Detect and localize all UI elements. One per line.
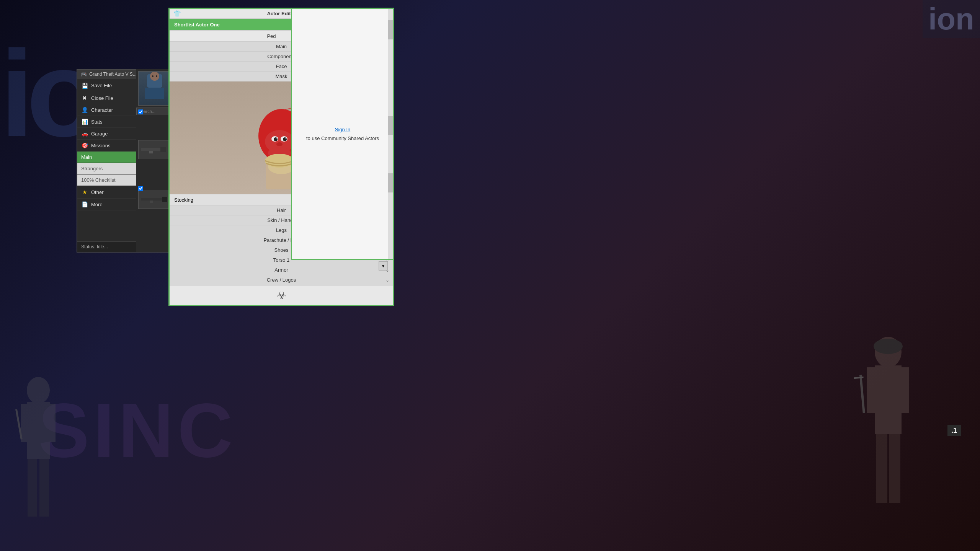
- section-main-label: Main: [276, 44, 287, 49]
- svg-rect-46: [876, 434, 887, 503]
- section-crew-logos[interactable]: Crew / Logos ⌄: [170, 275, 393, 285]
- gun-thumbnail-2[interactable]: [138, 190, 171, 209]
- save-icon: 💾: [81, 83, 88, 89]
- section-legs-label: Legs: [276, 227, 287, 233]
- svg-rect-36: [27, 402, 50, 459]
- sidebar-item-label-checklist: 100% Checklist: [81, 177, 116, 183]
- top-right-area: ion: [923, 0, 980, 38]
- sidebar-item-label-missions: Missions: [91, 143, 111, 148]
- svg-rect-7: [160, 147, 166, 152]
- section-crew-arrow: ⌄: [385, 277, 389, 283]
- left-soldier-area: [0, 360, 77, 551]
- svg-point-29: [276, 142, 283, 146]
- svg-rect-45: [900, 367, 909, 413]
- svg-rect-47: [889, 434, 900, 503]
- section-armor[interactable]: Armor ⌄: [170, 265, 393, 275]
- character-thumbnail[interactable]: [138, 71, 171, 106]
- section-face-label: Face: [276, 64, 287, 69]
- gun-thumbnail-1[interactable]: [138, 140, 171, 159]
- version-badge: .1: [947, 425, 961, 436]
- sign-in-description: to use Community Shared Actors: [306, 135, 379, 141]
- community-scrollbar-thumb3: [388, 173, 393, 192]
- svg-point-48: [874, 339, 903, 354]
- svg-rect-40: [39, 459, 49, 517]
- status-text: Status: Idle...: [81, 244, 108, 249]
- bottom-bar: ☣: [170, 286, 393, 305]
- sidebar-item-label-main: Main: [81, 154, 92, 160]
- sidebar-item-label-close: Close File: [91, 95, 113, 101]
- community-content: Sign In to use Community Shared Actors: [292, 9, 393, 259]
- svg-point-4: [152, 75, 154, 77]
- gta-sidebar-title: Grand Theft Auto V S...: [89, 72, 137, 77]
- svg-rect-50: [854, 377, 863, 379]
- svg-rect-10: [162, 197, 167, 202]
- thumb-checkbox-2[interactable]: [138, 186, 143, 191]
- sidebar-item-label-garage: Garage: [91, 131, 108, 137]
- other-star-icon: ★: [81, 189, 88, 195]
- thumb-checkbox-1[interactable]: [138, 109, 143, 114]
- svg-rect-11: [150, 201, 153, 203]
- svg-rect-9: [141, 198, 162, 201]
- svg-point-27: [276, 138, 277, 139]
- svg-rect-37: [21, 404, 29, 442]
- svg-point-28: [285, 138, 286, 139]
- section-shoes-label: Shoes: [274, 247, 289, 253]
- sidebar-item-label-stats: Stats: [91, 119, 103, 125]
- svg-rect-44: [867, 367, 877, 413]
- svg-rect-38: [48, 404, 56, 442]
- garage-icon: 🚗: [81, 130, 88, 137]
- thumbnail-panel: [136, 69, 172, 253]
- svg-rect-43: [875, 365, 902, 434]
- community-panel: Sign In to use Community Shared Actors ▼: [291, 8, 394, 260]
- svg-point-26: [283, 137, 287, 141]
- section-crew-label: Crew / Logos: [267, 277, 296, 283]
- svg-rect-39: [28, 459, 37, 517]
- biohazard-icon: ☣: [277, 289, 286, 302]
- close-file-icon: ✖: [81, 95, 88, 101]
- stats-icon: 📊: [81, 119, 88, 125]
- section-hair-label: Hair: [277, 207, 286, 213]
- sidebar-item-label-character: Character: [91, 107, 113, 113]
- small-dropdown-button[interactable]: ▼: [379, 261, 388, 271]
- sidebar-item-label-save: Save File: [91, 83, 112, 88]
- svg-rect-8: [149, 151, 153, 153]
- sidebar-item-label-other: Other: [91, 189, 104, 195]
- character-icon: 👤: [81, 107, 88, 113]
- community-scrollbar-thumb: [388, 20, 393, 39]
- community-scrollbar-track[interactable]: [388, 9, 393, 259]
- svg-rect-6: [141, 148, 160, 151]
- more-icon: 📄: [81, 201, 88, 207]
- gta-sidebar-icon: 🎮: [80, 71, 87, 77]
- actor-editor-title-icon: 👕: [173, 10, 181, 17]
- sidebar-item-label-more: More: [91, 202, 103, 207]
- svg-point-35: [27, 377, 50, 404]
- right-soldier-area: [827, 321, 949, 551]
- svg-rect-3: [145, 88, 164, 99]
- svg-point-5: [156, 75, 157, 77]
- section-armor-label: Armor: [274, 267, 288, 273]
- missions-icon: 🎯: [81, 142, 88, 148]
- sidebar-item-label-strangers: Strangers: [81, 166, 103, 171]
- community-scrollbar-thumb2: [388, 116, 393, 135]
- sign-in-link[interactable]: Sign In: [335, 127, 350, 132]
- svg-point-25: [274, 137, 278, 141]
- section-mask-label: Mask: [275, 73, 287, 79]
- svg-rect-49: [859, 375, 865, 413]
- section-torso1-label: Torso 1: [273, 257, 290, 263]
- section-torso2[interactable]: Torso 2 ⌄: [170, 285, 393, 286]
